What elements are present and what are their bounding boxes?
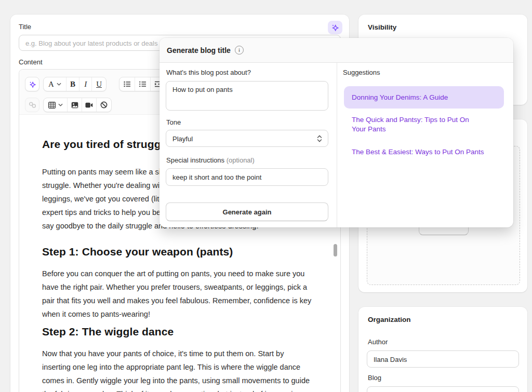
tone-select[interactable]: Playful bbox=[166, 130, 328, 147]
optional-hint: (optional) bbox=[227, 156, 255, 164]
blog-label: Blog bbox=[368, 374, 381, 382]
bullet-list-icon bbox=[124, 81, 131, 87]
document-heading: Step 2: The wiggle dance bbox=[42, 326, 174, 338]
about-textarea[interactable]: How to put on pants bbox=[166, 81, 328, 111]
font-style-label: A bbox=[48, 80, 54, 89]
sparkle-icon bbox=[331, 23, 339, 32]
editor-scrollbar-thumb[interactable] bbox=[334, 244, 337, 256]
chevron-down-icon bbox=[57, 83, 61, 86]
tone-label: Tone bbox=[166, 118, 181, 126]
content-label: Content bbox=[19, 58, 43, 66]
ai-magic-button[interactable] bbox=[25, 77, 39, 91]
page: Title e.g. Blog about your latest produc… bbox=[0, 0, 532, 392]
popup-title: Generate blog title bbox=[167, 46, 231, 55]
document-paragraph: Before you can conquer the art of puttin… bbox=[42, 269, 311, 323]
special-instructions-label: Special instructions (optional) bbox=[166, 156, 255, 164]
author-label: Author bbox=[368, 338, 388, 346]
table-icon bbox=[48, 102, 56, 109]
suggestion-item[interactable]: The Best & Easiest: Ways to Put On Pants bbox=[352, 147, 484, 157]
video-icon bbox=[85, 102, 93, 108]
link-button[interactable] bbox=[25, 98, 39, 112]
popup-divider bbox=[337, 63, 337, 227]
visibility-title: Visibility bbox=[368, 23, 396, 31]
italic-button[interactable]: I bbox=[79, 77, 92, 91]
generate-title-ai-button[interactable] bbox=[328, 21, 342, 34]
about-label: What's this blog post about? bbox=[166, 69, 251, 76]
title-label: Title bbox=[19, 23, 31, 31]
select-updown-chevron-icon bbox=[317, 134, 322, 143]
link-icon bbox=[29, 101, 36, 109]
organization-card: Organization Author Ilana Davis Blog bbox=[358, 307, 527, 392]
video-button[interactable] bbox=[82, 98, 97, 112]
info-icon[interactable]: i bbox=[235, 46, 244, 55]
generate-blog-title-popup: Generate blog title i What's this blog p… bbox=[159, 38, 513, 227]
document-paragraph: Now that you have your pants of choice, … bbox=[42, 349, 312, 392]
special-instructions-input[interactable]: keep it short and too the point bbox=[166, 168, 328, 186]
popup-header: Generate blog title i bbox=[159, 38, 513, 63]
bullet-list-button[interactable] bbox=[119, 77, 135, 91]
table-button[interactable] bbox=[44, 98, 68, 112]
text-format-group: A B I U bbox=[43, 77, 107, 91]
chevron-down-icon bbox=[58, 103, 63, 106]
image-icon bbox=[71, 102, 78, 109]
document-heading: Step 1: Choose your weapon (pants) bbox=[42, 246, 233, 258]
sparkle-icon bbox=[29, 80, 36, 88]
numbered-list-icon bbox=[139, 81, 147, 87]
clear-formatting-button[interactable] bbox=[97, 98, 111, 112]
font-style-button[interactable]: A bbox=[44, 77, 66, 91]
suggestion-item[interactable]: The Quick and Pantsy: Tips to Put On You… bbox=[352, 115, 469, 134]
image-button[interactable] bbox=[68, 98, 82, 112]
suggestion-item-highlighted[interactable]: Donning Your Denims: A Guide bbox=[344, 86, 504, 109]
insert-group bbox=[43, 98, 112, 112]
bold-button[interactable]: B bbox=[66, 77, 80, 91]
organization-title: Organization bbox=[368, 316, 411, 323]
underline-button[interactable]: U bbox=[92, 77, 106, 91]
generate-again-button[interactable]: Generate again bbox=[166, 202, 328, 221]
numbered-list-button[interactable] bbox=[135, 77, 151, 91]
blog-input[interactable] bbox=[367, 386, 519, 392]
suggestions-label: Suggestions bbox=[343, 69, 380, 76]
ban-icon bbox=[100, 101, 108, 109]
author-input[interactable]: Ilana Davis bbox=[367, 350, 519, 368]
